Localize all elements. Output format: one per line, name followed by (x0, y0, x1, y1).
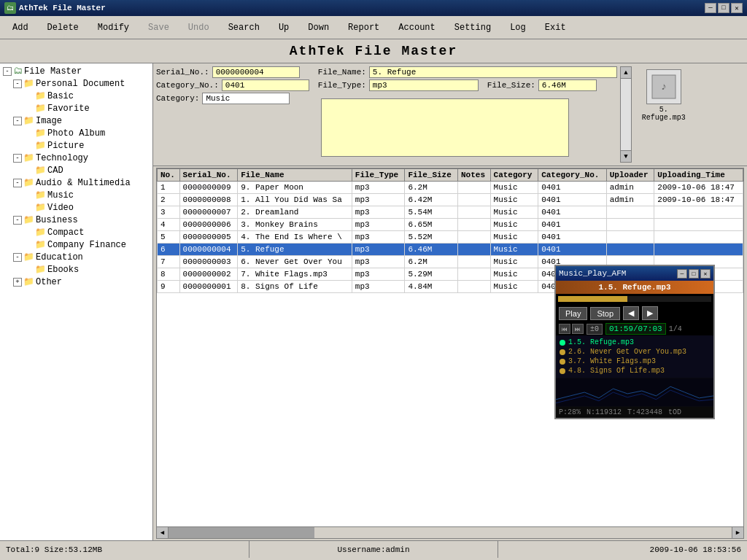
sidebar-label-image: Image (36, 116, 62, 126)
table-row[interactable]: 100000000099. Paper Moonmp36.2MMusic0401… (158, 182, 743, 194)
menu-search[interactable]: Search (219, 19, 269, 36)
file-type-input[interactable] (369, 79, 479, 91)
expand-personal-document[interactable]: - (13, 79, 22, 88)
sidebar-item-basic[interactable]: 📁 Basic (1, 90, 151, 102)
sidebar-item-video[interactable]: 📁 Video (1, 201, 151, 214)
notes-container (318, 96, 617, 163)
h-scrollbar[interactable]: ◀ ▶ (156, 527, 744, 539)
menu-down[interactable]: Down (298, 19, 338, 36)
sidebar-item-personal-document[interactable]: - 📁 Personal Document (1, 77, 151, 90)
menu-exit[interactable]: Exit (535, 19, 576, 36)
sidebar-item-technology[interactable]: - 📁 Technology (1, 152, 151, 164)
serial-no-input[interactable] (212, 66, 300, 78)
sidebar-item-music[interactable]: 📁 Music (1, 189, 151, 201)
track-count: 1/4 (669, 325, 682, 333)
sidebar-item-cad[interactable]: 📁 CAD (1, 164, 151, 176)
menu-delete[interactable]: Delete (38, 19, 88, 36)
status-total: Total:9 Size:53.12MB (0, 541, 249, 558)
sidebar-item-education[interactable]: - 📁 Education (1, 251, 151, 263)
col-no: No. (158, 169, 180, 182)
serial-no-label: Serial_No.: (156, 68, 209, 77)
menu-setting[interactable]: Setting (445, 19, 500, 36)
forward-btn[interactable]: ⏭ (572, 324, 584, 334)
expand-business[interactable]: - (13, 216, 22, 225)
file-thumbnail-area: ♪ 5. Refuge.mp3 (635, 66, 693, 163)
window-title: AthTek File Master (19, 4, 106, 12)
sidebar-item-other[interactable]: + 📁 Other (1, 276, 151, 288)
table-row[interactable]: 600000000045. Refugemp36.46MMusic0401 (158, 244, 743, 256)
playlist-label-2: 2.6. Never Get Over You.mp3 (568, 348, 686, 356)
close-button[interactable]: ✕ (731, 3, 743, 13)
playlist-dot-4 (560, 368, 565, 374)
info-left: Serial_No.: Category_No.: Category: (156, 66, 309, 163)
file-thumb-label: 5. Refuge.mp3 (638, 106, 690, 122)
player-minimize[interactable]: ─ (677, 269, 687, 279)
menu-undo[interactable]: Undo (179, 19, 219, 36)
category-no-input[interactable] (222, 79, 309, 91)
sidebar-item-compact[interactable]: 📁 Compact (1, 226, 151, 238)
playlist-dot-2 (560, 349, 565, 355)
sidebar-item-file-master[interactable]: - 🗂 File Master (1, 65, 151, 77)
notes-scrollbar[interactable]: ▲ ▼ (620, 66, 632, 163)
menu-save[interactable]: Save (139, 19, 179, 36)
scroll-left-btn[interactable]: ◀ (157, 527, 169, 538)
menu-modify[interactable]: Modify (88, 19, 139, 36)
sidebar-item-picture[interactable]: 📁 Picture (1, 139, 151, 152)
expand-other[interactable]: + (13, 278, 22, 287)
menu-add[interactable]: Add (3, 19, 38, 36)
expand-audio-multimedia[interactable]: - (13, 179, 22, 187)
menu-up[interactable]: Up (269, 19, 298, 36)
table-row[interactable]: 400000000063. Monkey Brainsmp36.65MMusic… (158, 219, 743, 231)
category-label: Category: (156, 94, 199, 103)
sidebar-label-music: Music (47, 190, 74, 201)
playlist-item-2[interactable]: 2.6. Never Get Over You.mp3 (558, 347, 711, 357)
prev-button[interactable]: ◀ (623, 306, 639, 320)
minimize-button[interactable]: ─ (705, 3, 716, 13)
stop-button[interactable]: Stop (590, 307, 620, 320)
category-input[interactable] (202, 93, 290, 104)
notes-input[interactable] (321, 98, 569, 157)
sidebar-item-business[interactable]: - 📁 Business (1, 214, 151, 226)
menu-report[interactable]: Report (338, 19, 389, 36)
playlist-item-4[interactable]: 4.8. Signs Of Life.mp3 (558, 366, 711, 376)
next-button[interactable]: ▶ (642, 306, 658, 320)
expand-technology[interactable]: - (13, 154, 22, 163)
scroll-up-btn[interactable]: ▲ (621, 67, 631, 79)
player-progress-bar[interactable] (558, 296, 711, 302)
file-name-input[interactable] (369, 66, 617, 78)
expand-file-master[interactable]: - (3, 67, 12, 76)
player-controls: Play Stop ◀ ▶ (556, 304, 713, 322)
rewind-btn[interactable]: ⏮ (559, 324, 570, 334)
file-size-input[interactable] (538, 79, 597, 91)
menu-log[interactable]: Log (500, 19, 535, 36)
sidebar-item-image[interactable]: - 📁 Image (1, 114, 151, 127)
expand-education[interactable]: - (13, 253, 22, 262)
scroll-down-btn[interactable]: ▼ (621, 150, 631, 162)
sidebar-label-personal-document: Personal Document (36, 79, 125, 89)
table-row[interactable]: 200000000081. All You Did Was Samp36.42M… (158, 194, 743, 206)
col-filename: File_Name (238, 169, 352, 182)
sidebar-label-basic: Basic (47, 91, 74, 101)
sidebar-item-photo-album[interactable]: 📁 Photo Album (1, 127, 151, 139)
play-button[interactable]: Play (559, 307, 587, 320)
sidebar-item-favorite[interactable]: 📁 Favorite (1, 102, 151, 114)
table-row[interactable]: 300000000072. Dreamlandmp35.54MMusic0401 (158, 206, 743, 219)
menu-account[interactable]: Account (389, 19, 444, 36)
file-thumb-icon: ♪ (646, 69, 681, 104)
player-close[interactable]: ✕ (700, 269, 711, 279)
scroll-right-btn[interactable]: ▶ (732, 527, 743, 538)
sidebar-label-business: Business (36, 215, 78, 225)
file-type-label: File_Type: (318, 81, 366, 90)
playlist-item-3[interactable]: 3.7. White Flags.mp3 (558, 357, 711, 366)
sidebar-item-ebooks[interactable]: 📁 Ebooks (1, 263, 151, 276)
sidebar-item-company-finance[interactable]: 📁 Company Finance (1, 238, 151, 251)
sidebar-item-audio-multimedia[interactable]: - 📁 Audio & Multimedia (1, 176, 151, 189)
col-filetype: File_Type (352, 169, 405, 182)
expand-image[interactable]: - (13, 117, 22, 125)
playlist-item-1[interactable]: 1.5. Refuge.mp3 (558, 338, 711, 347)
table-row[interactable]: 500000000054. The End Is Where \mp35.52M… (158, 231, 743, 244)
volume-ctrl[interactable]: ±0 (587, 324, 603, 335)
player-maximize[interactable]: □ (689, 269, 699, 279)
footer-p: P:28% (559, 408, 581, 416)
maximize-button[interactable]: □ (718, 3, 729, 13)
